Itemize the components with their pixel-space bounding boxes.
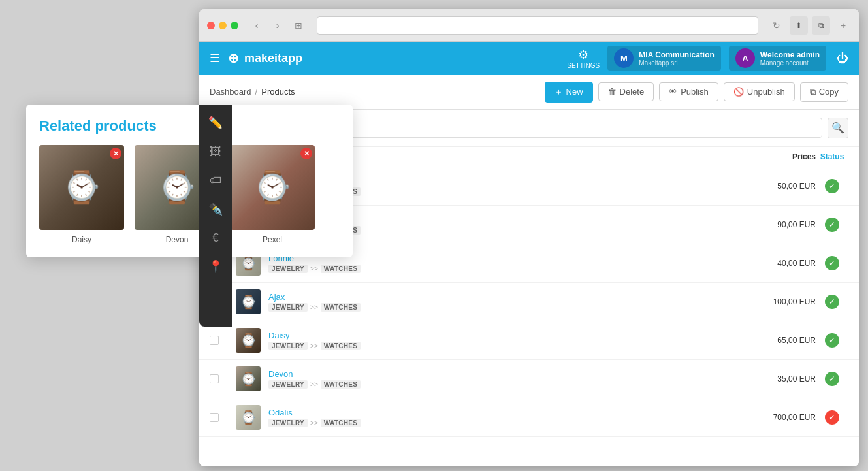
euro-icon: € [212, 231, 219, 245]
card-image-wrapper: ⌚ ✕ [230, 145, 315, 230]
category-arrow: >> [310, 419, 318, 427]
user-badge: M MIA Communication Makeitapp srl [607, 46, 721, 71]
breadcrumb-home[interactable]: Dashboard [210, 87, 251, 97]
related-products-overlay: Related products ⌚ ✕ Daisy ⌚ ✕ Devon ⌚ ✕… [26, 105, 353, 257]
address-bar[interactable] [317, 16, 758, 35]
brand-icon: ⊕ [228, 50, 239, 66]
unpublish-button[interactable]: 🚫 Unpublish [724, 82, 795, 101]
breadcrumb-current: Products [261, 87, 295, 97]
delete-button[interactable]: 🗑 Delete [598, 82, 654, 101]
category-tag: JEWELRY [268, 265, 308, 273]
delete-label: Delete [620, 87, 645, 97]
card-remove-button[interactable]: ✕ [110, 148, 121, 159]
refresh-button[interactable]: ↻ [769, 18, 784, 33]
window-layout-button[interactable]: ⊞ [291, 18, 306, 33]
sidebar-item-tag-icon[interactable]: 🏷 [202, 167, 229, 193]
related-products-grid: ⌚ ✕ Daisy ⌚ ✕ Devon ⌚ ✕ Pexel [39, 145, 340, 244]
category-arrow: >> [310, 265, 318, 273]
row-name[interactable]: Odalis [268, 408, 737, 417]
traffic-lights [207, 22, 238, 29]
status-published-icon: ✓ [825, 333, 839, 348]
card-label: Daisy [72, 235, 91, 244]
status-published-icon: ✓ [825, 256, 839, 270]
row-price: 35,00 EUR [737, 374, 816, 383]
sidebar-item-image-icon[interactable]: 🖼 [202, 138, 229, 165]
sidebar-item-pen-icon[interactable]: ✒️ [202, 196, 229, 222]
close-button[interactable] [207, 22, 215, 29]
row-checkbox-cell [210, 374, 236, 383]
table-row[interactable]: ⌚ Devon JEWELRY >> WATCHES 35,00 EUR ✓ [199, 360, 859, 398]
status-published-icon: ✓ [825, 179, 839, 193]
new-tab-button[interactable]: + [835, 18, 851, 33]
duplicate-button[interactable]: ⧉ [812, 16, 830, 35]
eye-icon: 👁 [669, 87, 677, 97]
user-avatar: M [614, 48, 634, 68]
row-name[interactable]: Ajax [268, 292, 737, 302]
row-status: ✓ [816, 179, 848, 193]
breadcrumb-separator: / [255, 87, 258, 97]
watch-icon: ⌚ [236, 289, 261, 314]
subcategory-tag: WATCHES [321, 380, 361, 389]
row-checkbox[interactable] [210, 413, 219, 422]
breadcrumb: Dashboard / Products [210, 87, 295, 97]
row-checkbox[interactable] [210, 374, 219, 383]
row-price: 90,00 EUR [737, 220, 816, 229]
back-button[interactable]: ‹ [249, 18, 265, 33]
row-status: ✓ [816, 410, 848, 425]
row-price: 100,00 EUR [737, 297, 816, 306]
trash-icon: 🗑 [608, 87, 617, 97]
row-thumbnail: ⌚ [236, 405, 261, 430]
header-status: Status [816, 152, 848, 161]
sidebar-item-edit-icon[interactable]: ✏️ [202, 110, 229, 136]
card-image-wrapper: ⌚ ✕ [39, 145, 124, 230]
status-published-icon: ✓ [825, 218, 839, 232]
row-price: 700,00 EUR [737, 413, 816, 422]
search-icon: 🔍 [831, 122, 844, 134]
maximize-button[interactable] [231, 22, 238, 29]
new-button[interactable]: ＋ New [545, 82, 593, 103]
row-category: JEWELRY >> WATCHES [268, 265, 737, 273]
card-remove-button[interactable]: ✕ [300, 148, 312, 159]
row-name[interactable]: Devon [268, 369, 737, 379]
row-checkbox-cell [210, 336, 236, 345]
forward-button[interactable]: › [270, 18, 285, 33]
share-button[interactable]: ⬆ [790, 16, 808, 35]
row-checkbox[interactable] [210, 336, 219, 345]
row-price: 65,00 EUR [737, 336, 816, 345]
browser-action-buttons: ⬆ ⧉ [790, 16, 830, 35]
search-button[interactable]: 🔍 [828, 118, 848, 138]
related-product-card: ⌚ ✕ Daisy [39, 145, 124, 244]
power-button[interactable]: ⏻ [837, 52, 848, 65]
settings-button[interactable]: ⚙ SETTINGS [567, 48, 600, 69]
publish-button[interactable]: 👁 Publish [659, 82, 718, 101]
minimize-button[interactable] [219, 22, 227, 29]
watch-icon: ⌚ [236, 405, 261, 430]
sidebar: ✏️🖼🏷✒️€📍 [199, 105, 232, 327]
table-row[interactable]: ⌚ Daisy JEWELRY >> WATCHES 65,00 EUR ✓ [199, 321, 859, 360]
row-price: 40,00 EUR [737, 259, 816, 268]
copy-button[interactable]: ⧉ Copy [800, 82, 848, 102]
row-price: 50,00 EUR [737, 182, 816, 191]
eye-slash-icon: 🚫 [733, 87, 744, 97]
category-arrow: >> [310, 380, 318, 389]
user-info: MIA Communication Makeitapp srl [639, 50, 715, 67]
top-navigation: ☰ ⊕ makeitapp ⚙ SETTINGS M MIA Communica… [199, 42, 859, 75]
card-label: Pexel [263, 235, 282, 244]
publish-label: Publish [681, 87, 709, 97]
row-name[interactable]: Daisy [268, 331, 737, 340]
category-tag: JEWELRY [268, 419, 308, 427]
table-row[interactable]: ⌚ Odalis JEWELRY >> WATCHES 700,00 EUR ✓ [199, 398, 859, 437]
hamburger-menu[interactable]: ☰ [210, 51, 220, 65]
table-row[interactable]: ⌚ Ajax JEWELRY >> WATCHES 100,00 EUR ✓ [199, 283, 859, 321]
company-name: MIA Communication [639, 50, 715, 59]
plus-icon: ＋ [555, 86, 563, 98]
admin-name: Welcome admin [760, 50, 820, 59]
manage-account-link[interactable]: Manage account [760, 59, 820, 67]
sidebar-item-euro-icon[interactable]: € [202, 225, 229, 251]
category-tag: JEWELRY [268, 303, 308, 312]
sidebar-item-location-icon[interactable]: 📍 [202, 253, 229, 280]
copy-label: Copy [819, 87, 839, 97]
row-checkbox-cell [210, 413, 236, 422]
status-published-icon: ✓ [825, 295, 839, 309]
category-tag: JEWELRY [268, 380, 308, 389]
